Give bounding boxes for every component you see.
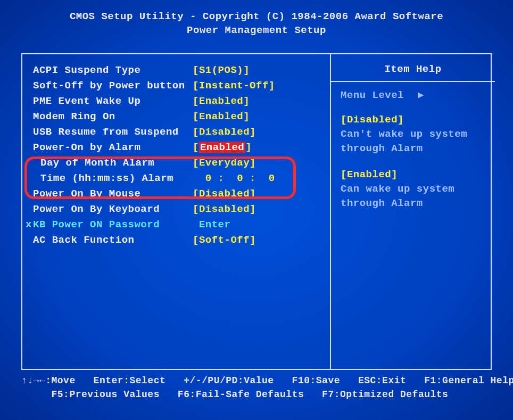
setting-value[interactable]: [Enabled] [193,94,250,109]
help-disabled-body-1: Can't wake up system [341,127,485,142]
setting-row[interactable]: USB Resume from Suspend[Disabled] [33,125,325,140]
setting-row[interactable]: Day of Month Alarm[Everyday] [33,155,325,171]
setting-value[interactable]: [S1(POS)] [193,63,250,78]
setting-label: ACPI Suspend Type [33,63,193,78]
help-title: Item Help [341,62,485,77]
setting-value[interactable]: [Enabled] [193,109,250,125]
setting-value[interactable]: [Everyday] [193,155,256,171]
setting-value[interactable]: [Disabled] [193,202,256,217]
help-menu-level: Menu Level ▶ [341,88,485,101]
setting-row[interactable]: Power On By Keyboard[Disabled] [33,202,325,217]
setting-value[interactable]: [Disabled] [193,125,256,140]
setting-value[interactable]: Enter [193,217,230,233]
setting-row[interactable]: Power On By Mouse[Disabled] [33,186,325,202]
footer: ↑↓→←:Move Enter:Select +/-/PU/PD:Value F… [21,374,492,401]
help-divider [331,81,495,82]
setting-row[interactable]: Soft-Off by Power button[Instant-Off] [33,78,325,94]
setting-label: Time (hh:mm:ss) Alarm [33,171,193,186]
help-enabled-block: [Enabled] Can wake up system through Ala… [341,168,485,211]
help-pane: Item Help Menu Level ▶ [Disabled] Can't … [331,54,491,369]
disabled-prefix: x [26,217,33,233]
help-enabled-body-1: Can wake up system [341,182,485,196]
help-disabled-head: [Disabled] [341,113,485,127]
setting-row[interactable]: AC Back Function[Soft-Off] [33,233,325,248]
header: CMOS Setup Utility - Copyright (C) 1984-… [0,0,513,42]
setting-label: x KB Power ON Password [33,217,193,233]
setting-label: Power On By Keyboard [33,202,193,217]
setting-label: Modem Ring On [33,109,193,125]
header-line-2: Power Management Setup [0,23,513,37]
setting-label: Day of Month Alarm [33,155,193,171]
setting-label: AC Back Function [33,233,193,248]
header-line-1: CMOS Setup Utility - Copyright (C) 1984-… [0,10,513,23]
help-disabled-body-2: through Alarm [341,142,485,156]
help-disabled-block: [Disabled] Can't wake up system through … [341,113,485,156]
setting-label: Power On By Mouse [33,186,193,202]
help-enabled-body-2: through Alarm [341,196,485,211]
setting-label: USB Resume from Suspend [33,125,193,140]
menu-level-label: Menu Level [341,89,404,101]
setting-row[interactable]: ACPI Suspend Type[S1(POS)] [33,63,325,78]
setting-value[interactable]: Enabled [199,142,245,153]
footer-line-2: F5:Previous Values F6:Fail-Safe Defaults… [21,388,492,401]
setting-value[interactable]: [Soft-Off] [193,233,256,248]
settings-pane: ACPI Suspend Type[S1(POS)]Soft-Off by Po… [22,54,331,369]
menu-level-arrow-icon: ▶ [418,89,424,101]
setting-row[interactable]: PME Event Wake Up[Enabled] [33,94,325,109]
setting-value[interactable]: [Disabled] [193,186,256,202]
setting-value[interactable]: 0 : 0 : 0 [193,171,275,186]
setting-value[interactable]: [Instant-Off] [193,78,275,94]
setting-label: PME Event Wake Up [33,94,193,109]
main-box: ACPI Suspend Type[S1(POS)]Soft-Off by Po… [21,53,492,370]
setting-row[interactable]: x KB Power ON Password Enter [33,217,325,233]
setting-label: Power-On by Alarm [33,140,193,155]
bios-screen: CMOS Setup Utility - Copyright (C) 1984-… [0,0,513,420]
help-enabled-head: [Enabled] [341,168,485,182]
setting-row[interactable]: Time (hh:mm:ss) Alarm 0 : 0 : 0 [33,171,325,186]
footer-line-1: ↑↓→←:Move Enter:Select +/-/PU/PD:Value F… [21,374,492,388]
setting-value-wrap[interactable]: [Enabled] [193,140,252,155]
setting-label: Soft-Off by Power button [33,78,193,94]
setting-row[interactable]: Modem Ring On[Enabled] [33,109,325,125]
setting-row[interactable]: Power-On by Alarm[Enabled] [33,140,325,155]
